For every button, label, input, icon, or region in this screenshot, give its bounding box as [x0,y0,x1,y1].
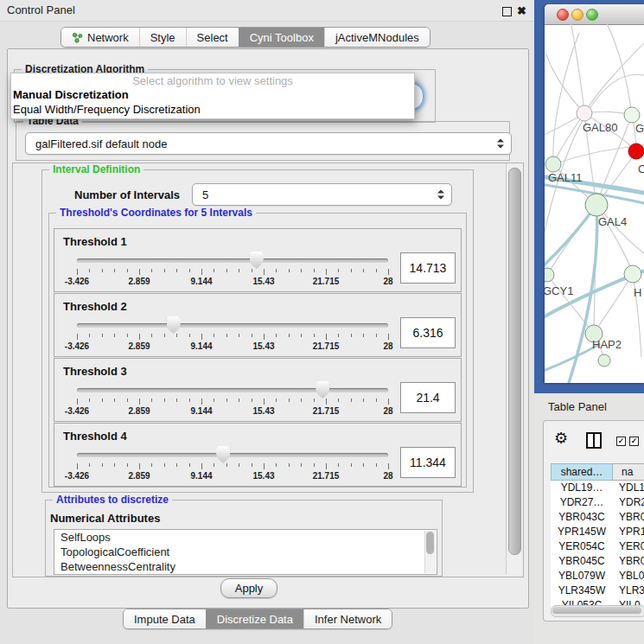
list-item-topologicalcoefficient[interactable]: TopologicalCoefficient [54,545,437,559]
slider-tick [338,463,339,467]
node-gcy1[interactable] [545,268,554,282]
table-row[interactable]: YLR345WYLR3 [551,583,644,598]
slider-tick [239,334,239,337]
network-canvas[interactable]: GAL80 GA C GAL11 GAL4 GCY1 H HAP2 [545,24,644,383]
slider-tick [314,399,315,402]
slider-handle[interactable] [250,252,264,269]
threshold-2-slider[interactable]: -3.4262.8599.14415.4321.71528 [77,316,388,354]
node-partial-top[interactable] [624,107,640,123]
table-data-group: Table Data galFiltered.sif default node [16,121,510,161]
node-red-selected[interactable] [628,143,644,159]
scrollbar-thumb[interactable] [508,168,521,555]
table-data-combobox[interactable]: galFiltered.sif default node [25,132,512,155]
slider-tick [252,399,252,402]
table-row[interactable]: YPR145WYPR1 [551,525,644,539]
select-checkbox-icon[interactable]: ✓ [629,437,639,446]
threshold-1-value-field[interactable]: 14.713 [400,252,456,284]
threshold-4-value-field[interactable]: 11.344 [400,447,456,478]
scrollbar-thumb[interactable] [552,607,641,614]
popup-placeholder-item[interactable]: Select algorithm to view settings [11,73,414,87]
slider-track[interactable] [77,453,388,457]
tab-label: Select [197,31,228,44]
tab-jactivemnodules[interactable]: jActiveMNodules [324,28,430,47]
slider-tick-label: 2.859 [128,471,150,481]
gear-icon[interactable]: ⚙ [554,430,568,446]
column-layout-icon[interactable] [586,432,602,449]
slider-tick [151,269,152,272]
slider-tick [77,463,78,469]
slider-handle[interactable] [167,316,181,334]
threshold-3-value-field[interactable]: 21.4 [400,382,456,413]
threshold-3-slider[interactable]: -3.4262.8599.14415.4321.71528 [77,381,388,419]
tab-discretize-data[interactable]: Discretize Data [206,609,303,628]
threshold-4-slider[interactable]: -3.4262.8599.14415.4321.71528 [77,446,388,484]
scrollbar-thumb[interactable] [426,532,434,554]
list-item-selfloops[interactable]: SelfLoops [54,530,437,545]
threshold-1-slider[interactable]: -3.4262.8599.14415.4321.71528 [77,252,388,290]
node-gal80[interactable] [577,105,592,121]
minimize-traffic-light[interactable] [571,9,583,21]
slider-handle[interactable] [316,381,329,399]
slider-tick [264,269,265,275]
slider-handle[interactable] [216,446,230,463]
slider-tick-label: -3.426 [65,341,89,351]
slider-tick-label: -3.426 [65,406,89,416]
popup-item-equal-width[interactable]: Equal Width/Frequency Discretization [11,102,414,117]
number-of-intervals-combobox[interactable]: 5 [192,183,452,206]
list-item-betweennesscentrality[interactable]: BetweennessCentrality [54,559,437,574]
tab-cyni-toolbox[interactable]: Cyni Toolbox [239,28,324,47]
slider-tick-label: 21.715 [313,471,340,481]
cell: YDR2 [613,495,644,510]
slider-tick [326,399,327,405]
close-traffic-light[interactable] [557,9,569,21]
tab-select[interactable]: Select [186,28,239,47]
tab-infer-network[interactable]: Infer Network [303,609,392,628]
threshold-2-value-field[interactable]: 6.316 [400,317,456,348]
slider-tick [314,463,315,467]
slider-track[interactable] [77,323,388,328]
slider-track[interactable] [77,388,388,392]
label-gal11: GAL11 [548,171,583,184]
slider-tick [252,463,252,467]
table-row[interactable]: YBR043CYBR0 [551,510,644,525]
slider-tick-labels: -3.4262.8599.14415.4321.71528 [77,341,388,352]
cell: YBR045C [551,554,613,569]
table-row[interactable]: YBR045CYBR0 [551,554,644,569]
column-header-name[interactable]: na [613,463,644,481]
combo-spinner-icon [437,190,445,200]
slider-tick [201,399,202,405]
zoom-traffic-light[interactable] [586,9,598,21]
slider-tick [351,334,352,337]
slider-tick-label: 2.859 [128,406,150,416]
apply-button[interactable]: Apply [220,578,277,598]
slider-tick-label: 2.859 [128,341,150,351]
select-checkbox-icon[interactable]: ✓ [616,437,626,446]
threshold-1-card: Threshold 1 -3.4262.8599.14415.4321.7152… [54,228,462,292]
tab-style[interactable]: Style [139,28,186,47]
combo-spinner-icon [497,139,505,149]
node-unlabeled[interactable] [598,354,610,367]
column-header-shared-name[interactable]: shared… [551,463,613,481]
slider-tick-label: 15.43 [252,277,274,286]
attributes-list-scrollbar[interactable] [424,531,436,573]
slider-tick [376,399,377,402]
slider-track[interactable] [77,258,388,263]
node-partial-h[interactable] [624,265,641,283]
settings-vertical-scrollbar[interactable] [506,163,522,575]
popup-item-manual-discretization[interactable]: Manual Discretization [11,87,414,102]
slider-tick [201,334,202,340]
table-horizontal-scrollbar[interactable] [551,605,644,617]
node-gal4[interactable] [585,194,608,216]
table-row[interactable]: YBL079WYBL0 [551,569,644,583]
float-window-icon[interactable] [502,7,512,16]
tab-network[interactable]: Network [61,28,139,47]
threshold-1-label: Threshold 1 [63,235,127,248]
table-row[interactable]: YER054CYER0 [551,539,644,554]
table-row[interactable]: YDL19…YDL1 [551,481,644,495]
tab-impute-data[interactable]: Impute Data [124,609,206,628]
slider-tick [301,334,302,337]
cell: YLR3 [613,583,644,598]
node-gal11[interactable] [545,156,561,172]
table-row[interactable]: YDR27…YDR2 [551,495,644,510]
close-icon[interactable]: ✖ [517,4,526,17]
